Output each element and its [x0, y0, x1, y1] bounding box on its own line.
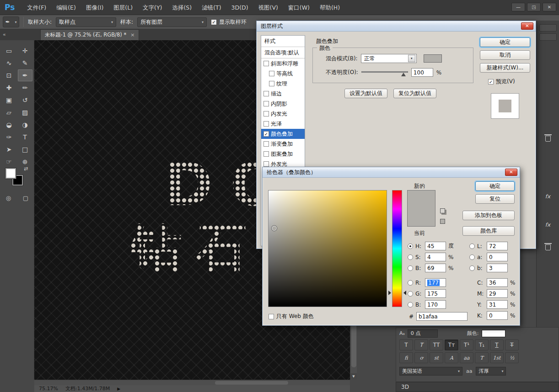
out-of-web-color-cube-icon[interactable] [440, 208, 445, 213]
maximize-button[interactable]: ◳ [527, 3, 541, 11]
style-item-gradient-overlay[interactable]: 渐变叠加 [261, 139, 305, 149]
pen-tool[interactable]: ✑ [2, 131, 16, 143]
screen-mode-icon[interactable]: ▢ [23, 195, 28, 201]
magenta-input[interactable]: 29 [487, 289, 508, 298]
3d-panel-header[interactable]: 3D [396, 382, 559, 392]
black-input[interactable]: 0 [487, 311, 508, 320]
red-input[interactable]: 177 [425, 278, 446, 287]
current-color-swatch[interactable] [408, 208, 435, 226]
checkbox-icon[interactable] [269, 81, 274, 86]
status-flyout-icon[interactable]: ▶ [117, 387, 120, 391]
small-caps-button[interactable]: Tᴛ [445, 339, 458, 350]
green-radio[interactable] [408, 291, 413, 297]
style-item-texture[interactable]: 纹理 [261, 79, 305, 89]
rectangular-marquee-tool[interactable]: ▭ [2, 45, 16, 57]
ok-button[interactable]: 确定 [475, 181, 515, 191]
saturation-brightness-field[interactable] [268, 190, 387, 307]
stylistic-alternates-button[interactable]: aa [460, 352, 473, 363]
style-item-contour[interactable]: 等高线 [261, 69, 305, 79]
spot-healing-brush-tool[interactable]: ✚ [2, 82, 16, 94]
strikethrough-button[interactable]: T [505, 339, 519, 350]
cancel-button[interactable]: 取消 [480, 50, 530, 60]
scroll-down-arrow-icon[interactable]: ▼ [350, 373, 357, 380]
underline-button[interactable]: T [490, 339, 504, 350]
layer-effects-fx-icon[interactable]: fx [537, 222, 559, 228]
style-item-pattern-overlay[interactable]: 图案叠加 [261, 149, 305, 159]
quick-mask-icon[interactable]: ◎ [6, 195, 11, 201]
minimize-button[interactable]: — [511, 3, 525, 11]
brush-tool[interactable]: ✏ [18, 82, 32, 94]
document-tab[interactable]: 未标题-1 @ 75.2% (石, RGB/8) * × [40, 29, 139, 40]
collapse-toolbar-icon[interactable]: « [3, 32, 6, 37]
blending-options-item[interactable]: 混合选项:默认 [261, 47, 305, 58]
show-sampling-ring-checkbox[interactable]: ✓ 显示取样环 [211, 18, 247, 26]
style-item-bevel-emboss[interactable]: 斜面和浮雕 [261, 58, 305, 69]
hue-input[interactable]: 45 [425, 242, 446, 250]
sample-size-dropdown[interactable]: 取样点 ▾ [56, 17, 116, 27]
green-input[interactable]: 175 [425, 289, 446, 298]
crop-tool[interactable]: ⊡ [2, 69, 16, 81]
color-libraries-button[interactable]: 颜色库 [462, 226, 515, 236]
faux-bold-button[interactable]: T [399, 339, 413, 350]
checkbox-icon[interactable] [263, 61, 269, 66]
gradient-tool[interactable]: ▨ [18, 106, 32, 118]
reset-to-default-button[interactable]: 复位为默认值 [393, 89, 436, 98]
menu-file[interactable]: 文件(F) [22, 0, 51, 15]
yellow-input[interactable]: 31 [487, 300, 508, 309]
hand-tool[interactable]: ☞ [2, 156, 16, 168]
superscript-button[interactable]: T¹ [460, 339, 473, 350]
style-item-satin[interactable]: 光泽 [261, 119, 305, 129]
web-colors-only-checkbox[interactable]: 只有 Web 颜色 [269, 313, 314, 320]
web-safe-color-swatch[interactable] [440, 219, 445, 224]
lasso-tool[interactable]: ∿ [2, 57, 16, 69]
preview-checkbox[interactable]: ✓ 预览(V) [488, 78, 530, 85]
checkbox-icon[interactable] [263, 161, 269, 167]
close-button[interactable]: ✕ [543, 3, 556, 11]
menu-image[interactable]: 图像(I) [81, 0, 108, 15]
lab-b-input[interactable]: 3 [487, 264, 508, 272]
checkbox-icon[interactable] [263, 151, 269, 157]
style-item-stroke[interactable]: 描边 [261, 89, 305, 99]
all-caps-button[interactable]: TT [430, 339, 443, 350]
standard-ligatures-button[interactable]: fi [399, 352, 413, 363]
foreground-color-swatch[interactable] [5, 168, 16, 179]
language-dropdown[interactable]: 美国英语 ▾ [399, 367, 462, 376]
menu-filter[interactable]: 滤镜(T) [197, 0, 226, 15]
blur-tool[interactable]: ◒ [2, 119, 16, 131]
blend-mode-dropdown[interactable]: 正常 ▾ [361, 54, 417, 63]
fractions-button[interactable]: ½ [505, 352, 519, 363]
lab-a-radio[interactable] [469, 254, 475, 260]
checkbox-icon[interactable] [263, 121, 269, 127]
brightness-input[interactable]: 69 [425, 264, 446, 272]
quick-selection-tool[interactable]: ✎ [18, 57, 32, 69]
ordinals-button[interactable]: 1st [490, 352, 504, 363]
delete-icon[interactable] [545, 244, 551, 250]
hue-slider[interactable] [392, 190, 402, 307]
horizontal-scrollbar[interactable] [34, 380, 350, 385]
hue-radio[interactable] [408, 244, 413, 249]
menu-window[interactable]: 窗口(W) [283, 0, 315, 15]
style-item-inner-shadow[interactable]: 内阴影 [261, 99, 305, 109]
blue-radio[interactable] [408, 302, 413, 307]
menu-layer[interactable]: 图层(L) [108, 0, 138, 15]
collapsed-panel-tab[interactable] [539, 24, 557, 32]
reset-button[interactable]: 复位 [475, 194, 515, 204]
checkbox-checked-icon[interactable]: ✓ [263, 131, 269, 137]
new-style-button[interactable]: 新建样式(W)... [480, 63, 530, 73]
delete-layer-icon[interactable] [545, 136, 551, 142]
lab-b-radio[interactable] [469, 265, 475, 271]
close-icon[interactable]: ✕ [521, 22, 533, 30]
horizontal-scrollbar-thumb[interactable] [215, 381, 288, 385]
close-icon[interactable]: ✕ [505, 169, 517, 176]
cyan-input[interactable]: 36 [487, 278, 508, 287]
add-to-swatches-button[interactable]: 添加到色板 [462, 211, 515, 220]
style-item-inner-glow[interactable]: 内发光 [261, 109, 305, 119]
opacity-input[interactable]: 100 [411, 68, 433, 77]
menu-type[interactable]: 文字(Y) [138, 0, 167, 15]
swash-button[interactable]: A [445, 352, 458, 363]
path-selection-tool[interactable]: ➤ [2, 143, 16, 155]
overlay-color-swatch[interactable] [424, 54, 442, 63]
layer-effects-fx-icon[interactable]: fx [537, 193, 559, 200]
menu-edit[interactable]: 编辑(E) [51, 0, 81, 15]
color-picker-titlebar[interactable]: 拾色器（叠加颜色） ✕ [263, 167, 520, 178]
